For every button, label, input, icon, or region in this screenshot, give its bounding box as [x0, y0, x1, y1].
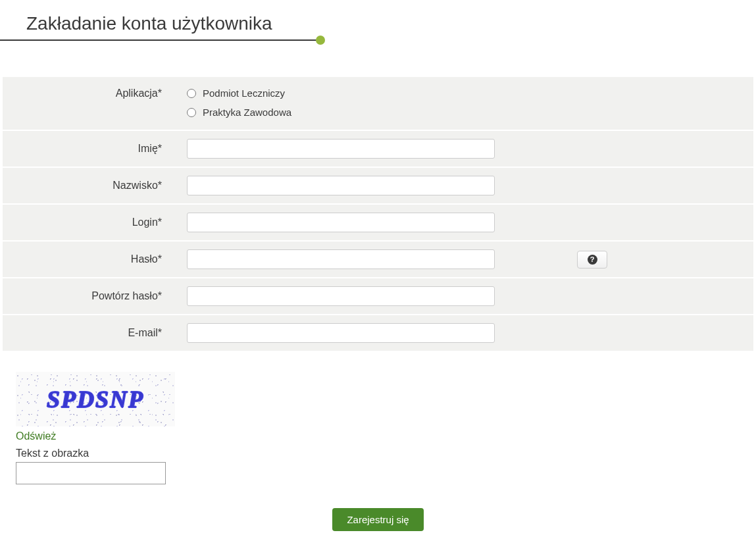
- row-imie: Imię*: [3, 131, 753, 167]
- radio-praktyka[interactable]: [187, 108, 196, 117]
- row-nazwisko: Nazwisko*: [3, 168, 753, 203]
- label-login: Login*: [3, 217, 187, 228]
- label-imie: Imię*: [3, 143, 187, 155]
- row-login: Login*: [3, 205, 753, 240]
- control-nazwisko: [187, 176, 753, 195]
- control-email: [187, 323, 753, 343]
- control-haslo: ?: [187, 249, 753, 269]
- control-imie: [187, 139, 753, 159]
- radio-group-aplikacja: Podmiot Leczniczy Praktyka Zawodowa: [187, 88, 291, 118]
- header-dot-icon: [316, 36, 325, 45]
- captcha-text: SPDSNP: [47, 386, 144, 413]
- captcha-input[interactable]: [16, 462, 166, 484]
- header: Zakładanie konta użytkownika: [0, 0, 756, 41]
- captcha-section: SPDSNP Odśwież Tekst z obrazka: [0, 352, 756, 484]
- radio-option-praktyka[interactable]: Praktyka Zawodowa: [187, 107, 291, 118]
- input-powtorz-haslo[interactable]: [187, 286, 495, 306]
- question-icon: ?: [588, 255, 597, 265]
- label-email: E-mail*: [3, 327, 187, 339]
- row-haslo: Hasło* ?: [3, 242, 753, 277]
- row-aplikacja: Aplikacja* Podmiot Leczniczy Praktyka Za…: [3, 77, 753, 130]
- radio-label-praktyka: Praktyka Zawodowa: [203, 107, 291, 118]
- submit-area: Zarejestruj się: [0, 508, 756, 531]
- header-divider: [0, 39, 320, 41]
- input-login[interactable]: [187, 213, 495, 232]
- input-haslo[interactable]: [187, 249, 495, 269]
- label-powtorz-haslo: Powtórz hasło*: [3, 290, 187, 302]
- captcha-input-label: Tekst z obrazka: [16, 448, 756, 459]
- label-haslo: Hasło*: [3, 253, 187, 265]
- radio-option-podmiot[interactable]: Podmiot Leczniczy: [187, 88, 291, 99]
- control-login: [187, 213, 753, 232]
- input-email[interactable]: [187, 323, 495, 343]
- refresh-link[interactable]: Odśwież: [16, 430, 756, 442]
- submit-button[interactable]: Zarejestruj się: [332, 508, 423, 531]
- row-email: E-mail*: [3, 315, 753, 351]
- input-imie[interactable]: [187, 139, 495, 159]
- captcha-image: SPDSNP: [16, 372, 175, 426]
- radio-label-podmiot: Podmiot Leczniczy: [203, 88, 285, 99]
- help-button-haslo[interactable]: ?: [577, 251, 607, 269]
- control-aplikacja: Podmiot Leczniczy Praktyka Zawodowa: [187, 88, 753, 118]
- input-nazwisko[interactable]: [187, 176, 495, 195]
- label-nazwisko: Nazwisko*: [3, 180, 187, 192]
- label-aplikacja: Aplikacja*: [3, 88, 187, 99]
- page-title: Zakładanie konta użytkownika: [26, 13, 756, 34]
- control-powtorz-haslo: [187, 286, 753, 306]
- registration-form: Aplikacja* Podmiot Leczniczy Praktyka Za…: [0, 77, 756, 351]
- radio-podmiot[interactable]: [187, 89, 196, 98]
- row-powtorz-haslo: Powtórz hasło*: [3, 278, 753, 314]
